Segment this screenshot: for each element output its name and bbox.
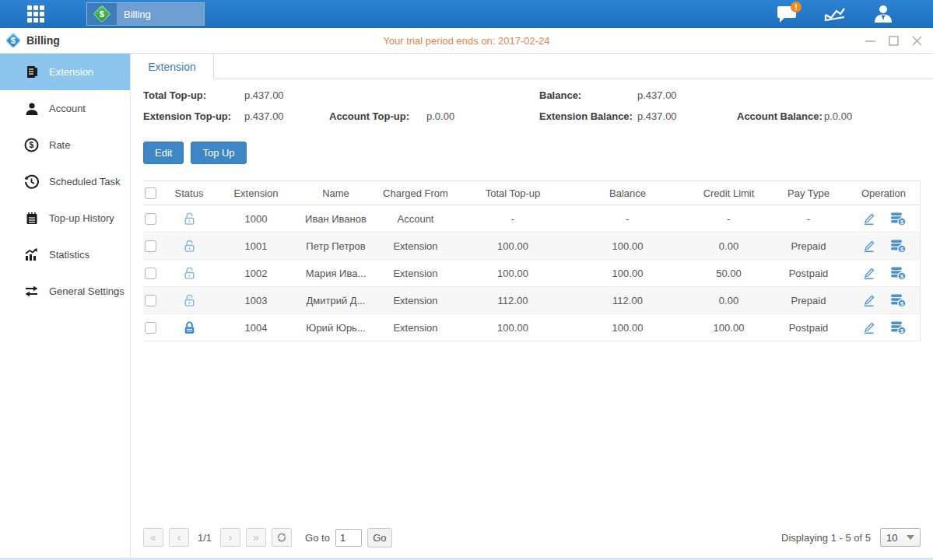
topup-row-icon[interactable]: $	[889, 238, 907, 254]
window-title-bar: $ Billing Your trial period ends on: 201…	[0, 28, 933, 54]
sidebar-item-general-settings[interactable]: General Settings	[0, 273, 130, 310]
first-page-button[interactable]: «	[143, 528, 163, 547]
displaying-count-text: Displaying 1 - 5 of 5	[781, 532, 871, 544]
svg-text:$: $	[30, 140, 34, 149]
page-indicator: 1/1	[198, 532, 212, 544]
extension-ledger-icon	[24, 65, 39, 79]
message-badge: !	[791, 2, 801, 12]
name-cell: Мария Ива...	[299, 268, 373, 279]
edit-row-icon[interactable]	[861, 238, 877, 254]
topup-row-icon[interactable]: $	[889, 292, 907, 308]
table-footer: « ‹ 1/1 › » Go t	[143, 520, 921, 558]
general-settings-arrows-icon	[24, 284, 39, 299]
billing-app-icon: $	[5, 33, 21, 48]
pay-type-cell: Prepaid	[770, 240, 847, 252]
sidebar-item-extension[interactable]: Extension	[0, 54, 130, 90]
content-tab-bar: Extension	[131, 54, 933, 79]
messages-icon[interactable]: !	[774, 3, 799, 25]
last-page-button[interactable]: »	[246, 528, 266, 547]
row-checkbox[interactable]	[145, 213, 156, 225]
extension-balance-label: Extension Balance:	[539, 110, 637, 122]
topbar-billing-tab[interactable]: $ Billing	[86, 2, 205, 26]
tab-extension[interactable]: Extension	[131, 54, 214, 79]
table-row: 1000 Иван Иванов Account - - - - $	[143, 205, 920, 233]
prev-page-button[interactable]: ‹	[169, 528, 189, 547]
table-header-row: Status Extension Name Charged From Total…	[143, 180, 920, 205]
sidebar-item-label: Scheduled Task	[49, 176, 121, 187]
edit-row-icon[interactable]	[861, 320, 877, 335]
balance-cell: 100.00	[567, 240, 688, 252]
trial-period-banner: Your trial period ends on: 2017-02-24	[0, 35, 933, 47]
credit-limit-cell: 100.00	[688, 322, 770, 334]
topup-row-icon[interactable]: $	[889, 211, 907, 226]
extension-cell: 1004	[213, 322, 299, 334]
row-checkbox[interactable]	[145, 322, 156, 334]
account-balance-value: p.0.00	[824, 110, 921, 122]
name-cell: Иван Иванов	[299, 213, 373, 225]
total-topup-cell: 112.00	[458, 295, 567, 306]
app-launcher-grid-icon[interactable]	[27, 5, 54, 23]
row-checkbox[interactable]	[145, 295, 156, 306]
col-charged-from: Charged From	[373, 187, 458, 199]
page-size-select[interactable]: 10	[880, 528, 921, 547]
name-cell: Петр Петров	[299, 240, 373, 252]
window-title: $ Billing	[8, 34, 60, 47]
select-all-checkbox[interactable]	[145, 187, 156, 199]
credit-limit-cell: 50.00	[688, 268, 770, 279]
minimize-button[interactable]	[865, 36, 875, 46]
sidebar-item-topup-history[interactable]: Top-up History	[0, 200, 130, 236]
refresh-button[interactable]	[272, 528, 292, 547]
main-content: Extension Total Top-up: p.437.00 Balance…	[131, 54, 933, 558]
billing-diamond-icon: $	[87, 3, 117, 25]
account-person-icon	[24, 101, 39, 116]
sidebar-item-account[interactable]: Account	[0, 90, 130, 127]
close-button[interactable]	[912, 36, 922, 46]
col-extension: Extension	[213, 187, 299, 199]
next-page-button[interactable]: ›	[220, 528, 240, 547]
topbar-tab-label: Billing	[124, 9, 151, 20]
edit-row-icon[interactable]	[861, 211, 877, 226]
credit-limit-cell: 0.00	[688, 295, 770, 306]
name-cell: Дмитрий Д...	[299, 295, 373, 306]
extension-topup-label: Extension Top-up:	[143, 110, 244, 122]
status-locked-icon	[182, 320, 197, 335]
maximize-button[interactable]	[889, 36, 899, 46]
statistics-chart-icon	[24, 247, 39, 262]
edit-button[interactable]: Edit	[143, 142, 184, 164]
extension-cell: 1000	[213, 213, 299, 225]
balance-cell: 100.00	[567, 268, 688, 279]
charged-from-cell: Extension	[373, 268, 458, 279]
top-up-button[interactable]: Top Up	[191, 142, 246, 164]
row-checkbox[interactable]	[145, 240, 156, 252]
sidebar-item-label: Rate	[49, 139, 70, 151]
sidebar-item-rate[interactable]: $ Rate	[0, 127, 130, 163]
window-title-text: Billing	[26, 34, 60, 47]
extension-topup-value: p.437.00	[244, 110, 329, 122]
row-checkbox[interactable]	[145, 268, 156, 279]
sidebar-item-label: General Settings	[49, 285, 125, 297]
charged-from-cell: Extension	[373, 295, 458, 306]
sidebar-item-statistics[interactable]: Statistics	[0, 236, 130, 273]
rate-coin-icon: $	[24, 138, 39, 152]
user-account-icon[interactable]	[871, 3, 896, 25]
sidebar-item-scheduled-task[interactable]: Scheduled Task	[0, 163, 130, 200]
topup-row-icon[interactable]: $	[889, 265, 907, 281]
charged-from-cell: Extension	[373, 322, 458, 334]
col-status: Status	[165, 187, 213, 199]
page-size-value: 10	[886, 532, 897, 544]
col-credit-limit: Credit Limit	[688, 187, 770, 199]
account-topup-value: p.0.00	[426, 110, 539, 122]
edit-row-icon[interactable]	[861, 265, 877, 281]
balance-label: Balance:	[539, 89, 637, 101]
go-button[interactable]: Go	[367, 528, 392, 548]
col-operation: Operation	[847, 187, 920, 199]
goto-page-input[interactable]	[335, 529, 362, 547]
col-total-topup: Total Top-up	[458, 187, 567, 199]
topup-row-icon[interactable]: $	[889, 320, 907, 335]
edit-row-icon[interactable]	[861, 292, 877, 308]
sidebar-item-label: Top-up History	[49, 212, 114, 224]
reports-chart-icon[interactable]	[823, 3, 847, 25]
status-cell	[165, 320, 213, 335]
goto-label: Go to	[305, 532, 330, 544]
total-topup-value: p.437.00	[244, 89, 329, 101]
